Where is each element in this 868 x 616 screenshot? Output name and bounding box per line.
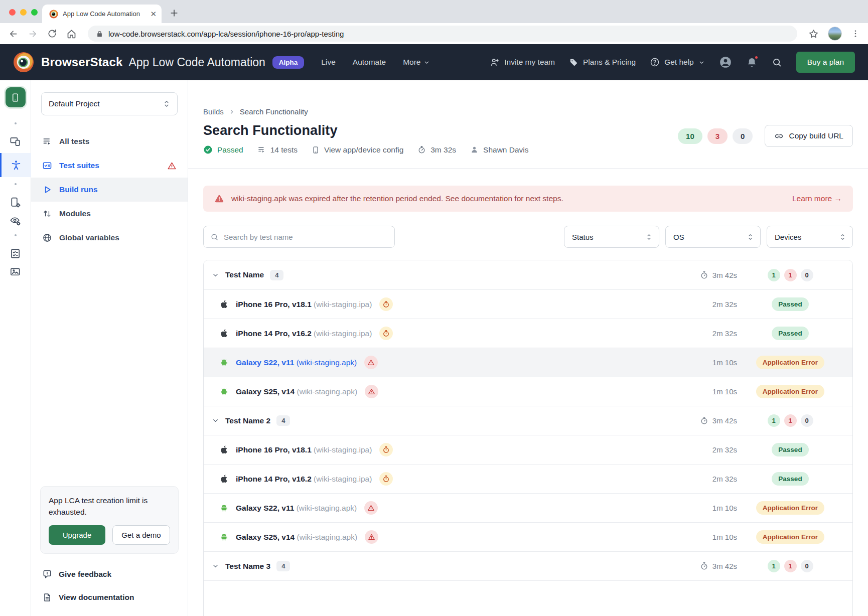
favicon bbox=[49, 10, 58, 19]
rail-device-settings-icon[interactable] bbox=[10, 197, 21, 208]
device-run-row[interactable]: Galaxy S22, v11 (wiki-staging.apk) 1m 10… bbox=[204, 348, 852, 377]
device-run-label[interactable]: iPhone 14 Pro, v16.2 (wiki-staging.ipa) bbox=[236, 475, 372, 484]
test-group-header[interactable]: Test Name 3 4 3m 42s 1 1 0 bbox=[204, 551, 852, 580]
run-flag-icon bbox=[379, 472, 393, 486]
group-passed-badge: 1 bbox=[768, 414, 780, 427]
test-group-name: Test Name 2 bbox=[225, 416, 270, 425]
sidebar-item-test-suites[interactable]: Test suites bbox=[31, 153, 188, 178]
home-icon[interactable] bbox=[66, 29, 77, 39]
get-help-link[interactable]: Get help bbox=[650, 57, 705, 67]
test-group: Test Name 3 4 3m 42s 1 1 0 bbox=[204, 551, 852, 580]
browser-profile-avatar[interactable] bbox=[828, 27, 842, 41]
nav-more[interactable]: More bbox=[403, 58, 430, 67]
brand[interactable]: BrowserStack bbox=[13, 52, 122, 73]
banner-learn-more-link[interactable]: Learn more → bbox=[792, 194, 842, 203]
upgrade-button[interactable]: Upgrade bbox=[49, 525, 105, 545]
account-icon[interactable] bbox=[719, 56, 732, 69]
run-flag-icon bbox=[379, 327, 393, 340]
nav-live[interactable]: Live bbox=[321, 58, 335, 67]
os-icon bbox=[219, 299, 229, 309]
window-controls[interactable] bbox=[9, 9, 38, 16]
device-run-row[interactable]: iPhone 16 Pro, v18.1 (wiki-staging.ipa) … bbox=[204, 435, 852, 464]
run-status-badge: Application Error bbox=[756, 501, 824, 515]
device-run-label[interactable]: Galaxy S22, v11 (wiki-staging.apk) bbox=[236, 358, 357, 367]
sidebar-item-modules[interactable]: Modules bbox=[31, 202, 188, 226]
group-failed-badge: 1 bbox=[784, 269, 797, 281]
sidebar-item-build-runs[interactable]: Build runs bbox=[31, 178, 188, 202]
group-result-counts: 1 1 0 bbox=[737, 269, 843, 281]
device-run-label[interactable]: Galaxy S25, v14 (wiki-staging.apk) bbox=[236, 533, 357, 542]
device-run-row[interactable]: iPhone 16 Pro, v18.1 (wiki-staging.ipa) … bbox=[204, 289, 852, 319]
device-run-label[interactable]: iPhone 16 Pro, v18.1 (wiki-staging.ipa) bbox=[236, 445, 372, 454]
sidebar-item-all-tests[interactable]: All tests bbox=[31, 129, 188, 153]
back-icon[interactable] bbox=[8, 29, 19, 39]
rail-accessibility-active[interactable] bbox=[0, 153, 31, 177]
buy-plan-button[interactable]: Buy a plan bbox=[796, 52, 855, 73]
test-group-name: Test Name 3 bbox=[225, 562, 270, 571]
run-duration: 1m 10s bbox=[712, 533, 737, 541]
maximize-window-button[interactable] bbox=[31, 9, 38, 16]
device-run-label[interactable]: iPhone 16 Pro, v18.1 (wiki-staging.ipa) bbox=[236, 300, 372, 309]
rail-divider-dot bbox=[15, 183, 17, 185]
alpha-badge: Alpha bbox=[272, 56, 305, 69]
run-flag-icon bbox=[379, 443, 393, 456]
browser-tab[interactable]: App Low Code Automation ✕ bbox=[42, 5, 162, 23]
app-window: App Low Code Automation ✕ low-code.brows… bbox=[0, 0, 868, 616]
search-test-name-input[interactable] bbox=[203, 226, 395, 248]
copy-build-url-button[interactable]: Copy build URL bbox=[765, 125, 853, 147]
test-group-header[interactable]: Test Name 2 4 3m 42s 1 1 0 bbox=[204, 406, 852, 435]
device-run-label[interactable]: Galaxy S22, v11 (wiki-staging.apk) bbox=[236, 504, 357, 513]
banner-message: wiki-staging.apk was expired after the r… bbox=[231, 194, 563, 203]
plans-pricing-link[interactable]: Plans & Pricing bbox=[569, 58, 636, 67]
bookmark-star-icon[interactable] bbox=[808, 29, 819, 39]
test-group-header[interactable]: Test Name 4 3m 42s 1 1 0 bbox=[204, 260, 852, 289]
view-documentation-link[interactable]: View documentation bbox=[42, 586, 177, 609]
os-icon bbox=[219, 387, 229, 396]
rail-visual-testing-icon[interactable] bbox=[10, 215, 21, 227]
give-feedback-link[interactable]: Give feedback bbox=[42, 563, 177, 586]
device-run-row[interactable]: Galaxy S22, v11 (wiki-staging.apk) 1m 10… bbox=[204, 493, 852, 522]
new-tab-button[interactable] bbox=[169, 8, 180, 19]
device-run-row[interactable]: iPhone 14 Pro, v16.2 (wiki-staging.ipa) … bbox=[204, 319, 852, 348]
search-input[interactable] bbox=[224, 233, 388, 241]
device-run-row[interactable]: Galaxy S25, v14 (wiki-staging.apk) 1m 10… bbox=[204, 377, 852, 406]
sidebar-item-global-variables[interactable]: Global variables bbox=[31, 226, 188, 250]
search-icon[interactable] bbox=[772, 57, 782, 68]
device-run-label[interactable]: Galaxy S25, v14 (wiki-staging.apk) bbox=[236, 387, 357, 396]
test-group-count-badge: 4 bbox=[276, 561, 290, 571]
get-demo-button[interactable]: Get a demo bbox=[112, 525, 170, 545]
rail-screenshots-icon[interactable] bbox=[10, 266, 21, 278]
status-filter-select[interactable]: Status bbox=[564, 226, 659, 248]
devices-filter-select[interactable]: Devices bbox=[767, 226, 853, 248]
tests-count: 14 tests bbox=[257, 145, 298, 155]
chevron-down-icon bbox=[212, 417, 219, 424]
filters-row: Status OS Devices bbox=[203, 226, 853, 248]
notifications-bell-icon[interactable] bbox=[746, 57, 758, 68]
reload-icon[interactable] bbox=[47, 29, 57, 39]
run-duration: 2m 32s bbox=[712, 300, 737, 309]
device-run-row[interactable]: Galaxy S25, v14 (wiki-staging.apk) 1m 10… bbox=[204, 522, 852, 551]
minimize-window-button[interactable] bbox=[20, 9, 27, 16]
rail-live-icon[interactable] bbox=[10, 136, 21, 147]
os-icon bbox=[219, 474, 229, 484]
close-window-button[interactable] bbox=[9, 9, 16, 16]
breadcrumb-builds[interactable]: Builds bbox=[203, 107, 224, 116]
device-run-row[interactable]: iPhone 14 Pro, v16.2 (wiki-staging.ipa) … bbox=[204, 464, 852, 493]
run-flag-icon bbox=[365, 530, 378, 544]
rail-test-management-icon[interactable] bbox=[10, 248, 21, 259]
nav-automate[interactable]: Automate bbox=[353, 58, 386, 67]
forward-icon[interactable] bbox=[28, 29, 38, 39]
device-run-label[interactable]: iPhone 14 Pro, v16.2 (wiki-staging.ipa) bbox=[236, 329, 372, 338]
url-bar[interactable]: low-code.browserstack.com/app-lca/sessio… bbox=[88, 26, 797, 42]
project-selector[interactable]: Default Project bbox=[41, 92, 178, 115]
view-app-device-config-link[interactable]: View app/device config bbox=[312, 145, 403, 155]
invite-team-link[interactable]: Invite my team bbox=[490, 57, 555, 67]
runs-table: Test Name 4 3m 42s 1 1 0 iPhone 16 Pro, … bbox=[203, 260, 853, 616]
run-status-badge: Application Error bbox=[756, 385, 824, 398]
lock-icon[interactable] bbox=[96, 30, 103, 38]
close-tab-icon[interactable]: ✕ bbox=[150, 10, 157, 19]
header-actions: Invite my team Plans & Pricing Get help bbox=[490, 52, 855, 73]
browser-menu-icon[interactable] bbox=[851, 29, 860, 38]
os-filter-select[interactable]: OS bbox=[665, 226, 761, 248]
rail-app-automation-active[interactable] bbox=[6, 87, 26, 107]
